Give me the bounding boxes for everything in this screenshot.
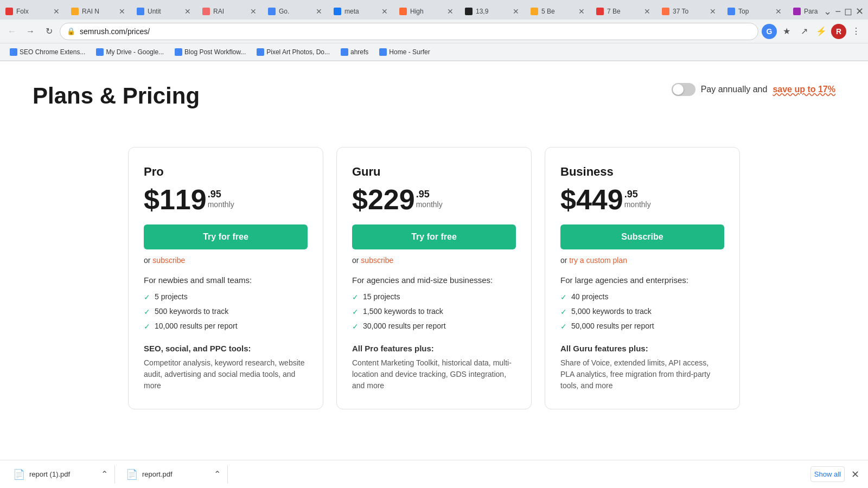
download-item[interactable]: 📄 report.pdf ⌃ bbox=[119, 465, 228, 484]
price-row: $119 .95 monthly bbox=[144, 185, 308, 214]
tab-tab-folx[interactable]: Folx ✕ bbox=[0, 3, 65, 20]
bookmark-favicon bbox=[175, 48, 182, 56]
tab-tab-meta[interactable]: meta ✕ bbox=[328, 3, 393, 20]
tab-label: Para bbox=[804, 8, 819, 15]
subscribe-link-guru[interactable]: subscribe bbox=[361, 256, 393, 265]
feature-item: ✓ 40 projects bbox=[560, 292, 724, 301]
tab-list-icon[interactable]: ⌄ bbox=[824, 5, 832, 17]
forward-button[interactable]: → bbox=[23, 24, 38, 39]
download-chevron-icon[interactable]: ⌃ bbox=[101, 469, 108, 479]
restore-icon[interactable]: ◻ bbox=[844, 5, 852, 17]
annual-toggle[interactable] bbox=[672, 83, 695, 96]
check-icon: ✓ bbox=[352, 307, 359, 316]
check-icon: ✓ bbox=[560, 293, 567, 301]
tab-favicon bbox=[137, 8, 144, 15]
tab-tab-google[interactable]: Go. ✕ bbox=[263, 3, 328, 20]
bookmark-label: Blog Post Workflow... bbox=[184, 48, 246, 56]
price-period: monthly bbox=[624, 200, 651, 209]
tab-label: Untit bbox=[148, 8, 181, 15]
cta-button-guru[interactable]: Try for free bbox=[352, 224, 516, 249]
price-cents: .95 bbox=[416, 189, 443, 200]
tab-favicon bbox=[727, 8, 735, 15]
toolbar-icons: G ★ ↗ ⚡ R ⋮ bbox=[762, 24, 864, 39]
bookmark-item[interactable]: Home - Surfer bbox=[375, 47, 434, 57]
tools-title: All Guru features plus: bbox=[560, 344, 724, 353]
cta-button-business[interactable]: Subscribe bbox=[560, 224, 724, 249]
url-text: semrush.com/prices/ bbox=[80, 27, 751, 36]
tab-favicon bbox=[399, 8, 407, 15]
show-all-button[interactable]: Show all bbox=[810, 466, 845, 482]
back-button[interactable]: ← bbox=[4, 24, 20, 39]
profile-icon[interactable]: R bbox=[831, 24, 846, 39]
tab-close-icon[interactable]: ✕ bbox=[381, 8, 388, 15]
tab-tab-top[interactable]: Top ✕ bbox=[722, 3, 787, 20]
download-name: report.pdf bbox=[142, 470, 209, 478]
or-line: or subscribe bbox=[352, 256, 516, 265]
subscribe-link-business[interactable]: try a custom plan bbox=[569, 256, 627, 265]
bookmark-label: ahrefs bbox=[350, 48, 368, 56]
address-bar[interactable]: 🔒 semrush.com/prices/ bbox=[60, 23, 758, 40]
tab-close-icon[interactable]: ✕ bbox=[513, 8, 519, 15]
feature-text: 1,500 keywords to track bbox=[363, 307, 443, 316]
tab-close-icon[interactable]: ✕ bbox=[184, 8, 191, 15]
tab-label: 5 Be bbox=[541, 8, 575, 15]
subscribe-link-pro[interactable]: subscribe bbox=[152, 256, 185, 265]
tab-tab-is[interactable]: 13,9 ✕ bbox=[459, 3, 525, 20]
feature-text: 5,000 keywords to track bbox=[571, 307, 652, 316]
close-window-icon[interactable]: ✕ bbox=[856, 5, 864, 17]
feature-list: ✓ 5 projects ✓ 500 keywords to track ✓ 1… bbox=[144, 292, 308, 331]
extensions-icon[interactable]: ⚡ bbox=[814, 24, 829, 39]
close-downloads-icon[interactable]: ✕ bbox=[849, 466, 861, 483]
toggle-row: Pay annually and save up to 17% bbox=[672, 83, 835, 96]
tab-label: Go. bbox=[279, 8, 312, 15]
bookmark-icon[interactable]: ★ bbox=[779, 24, 794, 39]
tab-favicon bbox=[596, 8, 604, 15]
tab-close-icon[interactable]: ✕ bbox=[447, 8, 454, 15]
download-item[interactable]: 📄 report (1).pdf ⌃ bbox=[7, 465, 115, 484]
tab-close-icon[interactable]: ✕ bbox=[53, 8, 60, 15]
reload-button[interactable]: ↻ bbox=[41, 24, 56, 39]
bookmark-item[interactable]: My Drive - Google... bbox=[92, 47, 168, 57]
feature-item: ✓ 5 projects bbox=[144, 292, 308, 301]
bookmark-item[interactable]: Pixel Art Photos, Do... bbox=[252, 47, 334, 57]
tab-close-icon[interactable]: ✕ bbox=[644, 8, 650, 15]
or-line: or try a custom plan bbox=[560, 256, 724, 265]
tab-tab-high[interactable]: High ✕ bbox=[394, 3, 459, 20]
feature-item: ✓ 1,500 keywords to track bbox=[352, 307, 516, 316]
tab-close-icon[interactable]: ✕ bbox=[775, 8, 782, 15]
share-icon[interactable]: ↗ bbox=[796, 24, 812, 39]
tab-label: Top bbox=[738, 8, 772, 15]
check-icon: ✓ bbox=[144, 322, 150, 331]
cta-button-pro[interactable]: Try for free bbox=[144, 224, 308, 249]
tab-tab-para[interactable]: Para ✕ bbox=[788, 3, 819, 20]
price-row: $229 .95 monthly bbox=[352, 185, 516, 214]
tab-close-icon[interactable]: ✕ bbox=[119, 8, 125, 15]
tab-tab-rai2[interactable]: RAI ✕ bbox=[197, 3, 262, 20]
bookmark-item[interactable]: ahrefs bbox=[336, 47, 373, 57]
lock-icon: 🔒 bbox=[67, 27, 75, 35]
page-content: Plans & Pricing Pay annually and save up… bbox=[0, 61, 868, 456]
google-account-icon[interactable]: G bbox=[762, 24, 777, 39]
tab-close-icon[interactable]: ✕ bbox=[316, 8, 322, 15]
tab-tab-untit[interactable]: Untit ✕ bbox=[131, 3, 196, 20]
bookmark-item[interactable]: Blog Post Workflow... bbox=[170, 47, 250, 57]
tab-close-icon[interactable]: ✕ bbox=[710, 8, 716, 15]
bookmark-favicon bbox=[10, 48, 17, 56]
tools-desc: Content Marketing Toolkit, historical da… bbox=[352, 357, 516, 391]
download-chevron-icon[interactable]: ⌃ bbox=[214, 469, 221, 479]
tab-close-icon[interactable]: ✕ bbox=[250, 8, 257, 15]
price-cents-block: .95 monthly bbox=[624, 185, 651, 209]
tab-label: meta bbox=[344, 8, 378, 15]
tab-favicon bbox=[268, 8, 276, 15]
save-text: save up to 17% bbox=[773, 85, 835, 94]
tab-tab-bee[interactable]: 5 Be ✕ bbox=[525, 3, 590, 20]
tab-close-icon[interactable]: ✕ bbox=[578, 8, 585, 15]
tab-tab-ahrefs[interactable]: 37 To ✕ bbox=[656, 3, 722, 20]
minimize-icon[interactable]: − bbox=[835, 6, 841, 17]
tab-tab-rai[interactable]: RAI N ✕ bbox=[66, 3, 131, 20]
bookmark-favicon bbox=[341, 48, 348, 56]
tab-label: High bbox=[410, 8, 444, 15]
bookmark-item[interactable]: SEO Chrome Extens... bbox=[5, 47, 90, 57]
tab-tab-fire[interactable]: 7 Be ✕ bbox=[591, 3, 656, 20]
menu-icon[interactable]: ⋮ bbox=[848, 24, 864, 39]
